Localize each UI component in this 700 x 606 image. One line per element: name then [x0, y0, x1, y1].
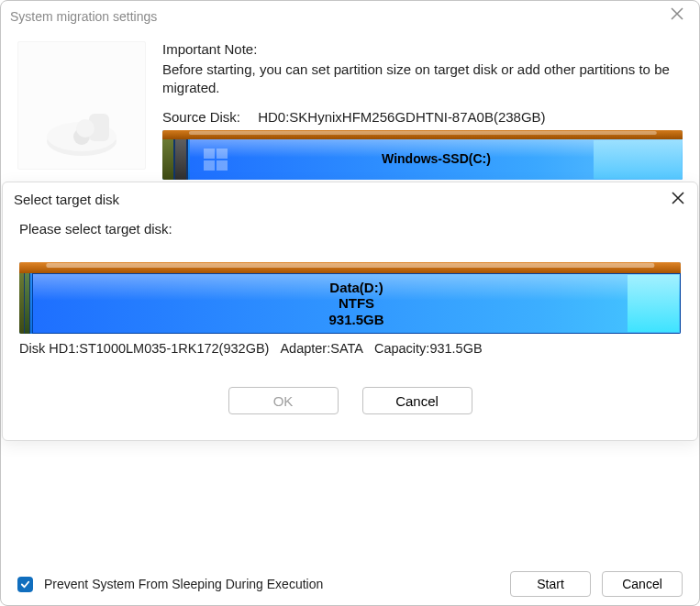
source-disk-bar: Windows-SSD(C:): [162, 130, 683, 180]
main-window: System migration settings Important Note…: [0, 0, 700, 606]
start-button[interactable]: Start: [510, 571, 591, 597]
target-partition-text: Data(D:) NTFS 931.5GB: [32, 273, 681, 334]
source-disk-value: HD0:SKHynixHFM256GDHTNI-87A0B(238GB): [258, 109, 545, 125]
target-partition-name: Data(D:): [329, 280, 383, 295]
preview-image: [17, 41, 146, 170]
source-partition-name: Windows-SSD(C:): [382, 151, 491, 166]
source-partition-label: Windows-SSD(C:): [190, 139, 683, 180]
reserved-partition-1: [162, 139, 175, 180]
target-disk-info: Disk HD1:ST1000LM035-1RK172(932GB) Adapt…: [19, 341, 681, 356]
target-disk-option[interactable]: Data(D:) NTFS 931.5GB: [19, 262, 681, 334]
disk-top-strip: [19, 262, 681, 273]
select-target-dialog: Select target disk Please select target …: [2, 182, 698, 441]
note-body: Before starting, you can set partition s…: [162, 61, 683, 98]
dialog-cancel-button[interactable]: Cancel: [362, 387, 472, 414]
target-partition-size: 931.5GB: [328, 312, 383, 327]
target-disk-id: Disk HD1:ST1000LM035-1RK172(932GB): [19, 341, 269, 356]
close-icon[interactable]: [670, 6, 688, 25]
dialog-buttons: OK Cancel: [19, 356, 681, 429]
dialog-titlebar: Select target disk: [3, 182, 697, 215]
reserved-partition-2: [25, 273, 30, 334]
dialog-title: Select target disk: [14, 192, 119, 207]
prevent-sleep-checkbox[interactable]: [17, 577, 33, 592]
dialog-prompt: Please select target disk:: [19, 221, 681, 237]
window-title: System migration settings: [10, 9, 157, 24]
dialog-body: Please select target disk: Data(D:) NTFS…: [3, 215, 697, 440]
disk-top-strip: [162, 130, 683, 139]
titlebar: System migration settings: [1, 1, 699, 32]
dialog-close-button[interactable]: [668, 188, 688, 208]
target-partition-fs: NTFS: [339, 295, 374, 311]
source-disk-label: Source Disk:: [162, 109, 254, 125]
source-disk-row: Source Disk: HD0:SKHynixHFM256GDHTNI-87A…: [162, 109, 683, 125]
ok-button[interactable]: OK: [228, 387, 339, 414]
target-disk-adapter: Adapter:SATA: [280, 341, 363, 356]
footer-bar: Prevent System From Sleeping During Exec…: [1, 563, 699, 605]
note-heading: Important Note:: [162, 41, 683, 57]
target-disk-capacity: Capacity:931.5GB: [374, 341, 483, 356]
svg-rect-4: [76, 119, 94, 138]
prevent-sleep-label: Prevent System From Sleeping During Exec…: [44, 577, 323, 591]
reserved-partition-2: [175, 139, 188, 180]
cancel-button[interactable]: Cancel: [602, 571, 683, 597]
